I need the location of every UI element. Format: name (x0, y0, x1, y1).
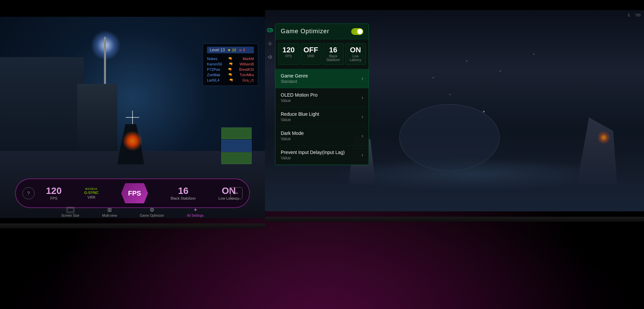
player-name-0: Nokes (207, 57, 217, 61)
stats-row: 120 FPS OFF VRR 16 Black Stabilizer ON (275, 39, 369, 69)
weapon-icon-4: 🔫 (229, 78, 233, 82)
edit-button[interactable]: ✏ (230, 187, 243, 199)
edit-icon: ✏ (234, 191, 238, 196)
opponent-name-2: BreatKSI (239, 67, 254, 71)
stat-low-latency: ON Low Latency (345, 43, 366, 65)
opponent-name-0: MarkM (243, 57, 254, 61)
chevron-input-lag: › (362, 152, 363, 158)
right-monitor: E 785 (265, 10, 644, 218)
screen-size-item[interactable]: Screen Size (61, 207, 79, 217)
help-icon[interactable]: ? (27, 191, 30, 196)
stat-low-latency-label: Low Latency (347, 54, 365, 62)
stat-black-stab-value: 16 (324, 46, 342, 54)
weapon-icon-3: 🔫 (228, 73, 232, 77)
svg-marker-9 (268, 55, 271, 59)
score-row-3: ZoeMak 🔫 TrevMka (207, 72, 254, 78)
scoreboard: Level 13 ★ 10 ☠ 8 Nokes 🔫 MarkM Karren56… (203, 44, 258, 86)
black-stab-value: 16 (171, 186, 196, 196)
menu-item-oled-content: OLED Motion Pro Value (281, 92, 318, 103)
particle-2 (466, 60, 467, 61)
screen-size-label: Screen Size (61, 214, 79, 217)
coord-label: 785 (635, 13, 641, 17)
stat-black-stab: 16 Black Stabilizer (323, 43, 344, 65)
player-name-2: P72Poe (207, 67, 220, 71)
muzzle-flash (122, 131, 143, 151)
main-container: Level 13 ★ 10 ☠ 8 Nokes 🔫 MarkM Karren56… (0, 0, 644, 309)
container-box-2 (221, 140, 252, 152)
hud-black-stab: 16 Black Stabilizer (171, 186, 196, 200)
menu-item-dark-content: Dark Mode Value (281, 131, 304, 141)
fps-value: 120 (46, 186, 62, 196)
particle-6 (483, 111, 485, 112)
menu-item-dark-mode[interactable]: Dark Mode Value › (275, 126, 369, 146)
sidebar-gamepad-icon[interactable] (267, 27, 273, 34)
menu-item-input-lag[interactable]: Prevent Input Delay(Input Lag) Value › (275, 146, 369, 165)
level-bar: Level 13 ★ 10 ☠ 8 (207, 47, 254, 53)
stat-fps: 120 FPS (278, 43, 299, 65)
opponent-name-3: TrevMka (240, 73, 254, 77)
hud-fps-stat: 120 FPS (46, 186, 62, 200)
left-screen: Level 13 ★ 10 ☠ 8 Nokes 🔫 MarkM Karren56… (0, 17, 265, 218)
menu-item-game-genre[interactable]: Game Genre Standard › (275, 69, 369, 88)
stat-black-stab-label: Black Stabilizer (324, 54, 342, 62)
sidebar-brightness-icon[interactable] (267, 40, 273, 47)
torch-light (597, 131, 610, 144)
chevron-reduce-blue: › (362, 114, 363, 120)
menu-item-dark-title: Dark Mode (281, 131, 304, 136)
menu-item-input-value: Value (281, 156, 345, 160)
svg-rect-0 (267, 29, 273, 32)
svg-point-4 (269, 43, 271, 45)
menu-item-reduce-blue-light[interactable]: Reduce Blue Light Value › (275, 107, 369, 126)
menu-item-oled-title: OLED Motion Pro (281, 92, 318, 98)
opponent-name-4: Gra_r1 (243, 78, 254, 82)
menu-item-blue-content: Reduce Blue Light Value (281, 111, 319, 122)
building-left (0, 57, 84, 158)
all-settings-icon: ✦ (193, 207, 198, 213)
menu-item-blue-title: Reduce Blue Light (281, 111, 319, 117)
multiview-item[interactable]: ⊞ Multi-view (102, 207, 117, 217)
gsync-text: G-SYNC (84, 191, 99, 195)
menu-item-blue-value: Value (281, 117, 319, 122)
multiview-icon: ⊞ (107, 207, 112, 213)
menu-item-oled-motion[interactable]: OLED Motion Pro Value › (275, 88, 369, 107)
nvidia-logo: NVIDIA (85, 187, 98, 191)
sidebar-volume-icon[interactable] (267, 54, 273, 60)
container-stack (221, 127, 255, 168)
menu-item-dark-value: Value (281, 137, 304, 141)
building-left2 (77, 84, 117, 158)
score-row-0: Nokes 🔫 MarkM (207, 56, 254, 61)
left-monitor: Level 13 ★ 10 ☠ 8 Nokes 🔫 MarkM Karren56… (0, 17, 265, 225)
panel-title: Game Optimizer (281, 28, 329, 35)
black-stab-label: Black Stabilizer (171, 196, 196, 200)
game-optimizer-item[interactable]: ⚙ Game Optimizer (140, 207, 164, 217)
weapon-icon-0: 🔫 (228, 57, 232, 61)
skull-badge: ☠ 8 (239, 48, 245, 52)
stat-low-latency-value: ON (347, 46, 365, 54)
svg-point-1 (269, 30, 270, 31)
game-optimizer-panel: Game Optimizer 120 FPS OFF VRR (275, 23, 369, 165)
stat-vrr: OFF VRR (301, 43, 322, 65)
all-settings-item[interactable]: ✦ All Settings (187, 207, 204, 217)
hud-vrr-stat: NVIDIA G-SYNC VRR (84, 187, 99, 199)
menu-item-game-genre-title: Game Genre (281, 73, 308, 79)
dark-game-background: E 785 (265, 10, 644, 211)
menu-item-input-content: Prevent Input Delay(Input Lag) Value (281, 150, 345, 160)
stat-fps-value: 120 (280, 46, 298, 54)
menu-item-game-genre-value: Standard (281, 79, 308, 84)
container-box-3 (221, 152, 252, 164)
toolbar-labels: Screen Size ⊞ Multi-view ⚙ Game Optimize… (15, 207, 250, 217)
left-bezel (0, 223, 265, 228)
opponent-name-1: WilliamB (239, 62, 254, 66)
right-bezel (265, 217, 644, 222)
multiview-label: Multi-view (102, 214, 117, 217)
player-name-4: Lar6IL4 (207, 78, 219, 82)
chevron-game-genre: › (362, 75, 363, 82)
particle-4 (449, 94, 450, 95)
screen-size-icon (66, 207, 74, 213)
stat-vrr-label: VRR (302, 54, 320, 58)
screen-size-inner (67, 208, 73, 212)
sidebar-icons (265, 23, 275, 64)
panel-toggle[interactable] (351, 28, 363, 35)
map-overlay: E 785 (628, 13, 641, 17)
menu-item-input-title: Prevent Input Delay(Input Lag) (281, 150, 345, 155)
